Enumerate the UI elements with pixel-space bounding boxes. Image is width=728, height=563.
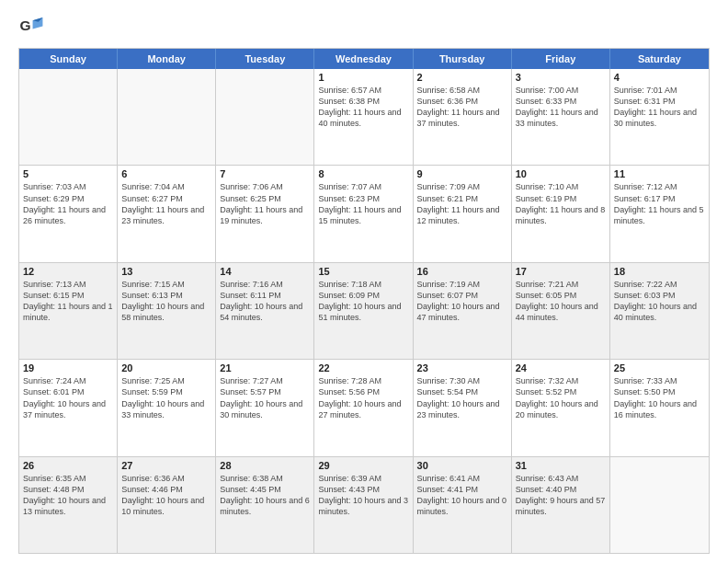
day-info: Sunrise: 6:35 AM Sunset: 4:48 PM Dayligh… [23, 473, 113, 518]
calendar-row-5: 26Sunrise: 6:35 AM Sunset: 4:48 PM Dayli… [19, 457, 709, 553]
logo-icon: G [18, 15, 44, 40]
day-number: 2 [417, 72, 507, 83]
day-number: 4 [614, 72, 705, 83]
day-info: Sunrise: 6:58 AM Sunset: 6:36 PM Dayligh… [417, 85, 507, 130]
cal-cell-5-4: 29Sunrise: 6:39 AM Sunset: 4:43 PM Dayli… [314, 457, 413, 553]
weekday-header-thursday: Thursday [414, 49, 512, 69]
cal-cell-2-5: 9Sunrise: 7:09 AM Sunset: 6:21 PM Daylig… [414, 166, 512, 261]
cal-cell-3-4: 15Sunrise: 7:18 AM Sunset: 6:09 PM Dayli… [314, 263, 413, 359]
day-number: 30 [417, 460, 507, 471]
cal-cell-4-2: 20Sunrise: 7:25 AM Sunset: 5:59 PM Dayli… [118, 360, 216, 455]
day-info: Sunrise: 7:06 AM Sunset: 6:25 PM Dayligh… [220, 181, 310, 226]
cal-cell-1-6: 3Sunrise: 7:00 AM Sunset: 6:33 PM Daylig… [512, 69, 610, 165]
day-info: Sunrise: 7:16 AM Sunset: 6:11 PM Dayligh… [220, 279, 310, 324]
cal-cell-5-6: 31Sunrise: 6:43 AM Sunset: 4:40 PM Dayli… [512, 457, 610, 553]
cal-cell-4-6: 24Sunrise: 7:32 AM Sunset: 5:52 PM Dayli… [512, 360, 610, 455]
cal-cell-5-5: 30Sunrise: 6:41 AM Sunset: 4:41 PM Dayli… [414, 457, 512, 553]
day-info: Sunrise: 6:41 AM Sunset: 4:41 PM Dayligh… [417, 473, 507, 518]
weekday-header-tuesday: Tuesday [216, 49, 314, 69]
day-number: 12 [23, 266, 113, 277]
svg-text:G: G [20, 17, 31, 33]
cal-cell-5-7 [610, 457, 709, 553]
cal-cell-3-6: 17Sunrise: 7:21 AM Sunset: 6:05 PM Dayli… [512, 263, 610, 359]
day-number: 3 [516, 72, 606, 83]
day-number: 24 [516, 362, 606, 373]
day-number: 31 [516, 460, 606, 471]
cal-cell-1-3 [216, 69, 314, 165]
day-info: Sunrise: 7:33 AM Sunset: 5:50 PM Dayligh… [614, 375, 705, 420]
day-info: Sunrise: 7:04 AM Sunset: 6:27 PM Dayligh… [121, 181, 211, 226]
day-info: Sunrise: 6:36 AM Sunset: 4:46 PM Dayligh… [121, 473, 211, 518]
cal-cell-3-7: 18Sunrise: 7:22 AM Sunset: 6:03 PM Dayli… [610, 263, 709, 359]
calendar: SundayMondayTuesdayWednesdayThursdayFrid… [18, 48, 710, 554]
day-info: Sunrise: 7:03 AM Sunset: 6:29 PM Dayligh… [23, 181, 113, 226]
calendar-row-1: 1Sunrise: 6:57 AM Sunset: 6:38 PM Daylig… [19, 69, 709, 166]
day-number: 11 [614, 168, 705, 179]
cal-cell-4-1: 19Sunrise: 7:24 AM Sunset: 6:01 PM Dayli… [19, 360, 118, 455]
day-info: Sunrise: 7:24 AM Sunset: 6:01 PM Dayligh… [23, 375, 113, 420]
weekday-header-wednesday: Wednesday [314, 49, 413, 69]
day-info: Sunrise: 7:09 AM Sunset: 6:21 PM Dayligh… [417, 181, 507, 226]
day-info: Sunrise: 7:18 AM Sunset: 6:09 PM Dayligh… [318, 279, 408, 324]
day-number: 27 [121, 460, 211, 471]
weekday-header-saturday: Saturday [610, 49, 709, 69]
day-number: 13 [121, 266, 211, 277]
day-number: 14 [220, 266, 310, 277]
day-info: Sunrise: 7:27 AM Sunset: 5:57 PM Dayligh… [220, 375, 310, 420]
cal-cell-5-1: 26Sunrise: 6:35 AM Sunset: 4:48 PM Dayli… [19, 457, 118, 553]
cal-cell-3-1: 12Sunrise: 7:13 AM Sunset: 6:15 PM Dayli… [19, 263, 118, 359]
day-number: 15 [318, 266, 408, 277]
cal-cell-1-2 [118, 69, 216, 165]
day-number: 10 [516, 168, 606, 179]
cal-cell-1-5: 2Sunrise: 6:58 AM Sunset: 6:36 PM Daylig… [414, 69, 512, 165]
cal-cell-1-1 [19, 69, 118, 165]
day-number: 19 [23, 362, 113, 373]
day-info: Sunrise: 7:07 AM Sunset: 6:23 PM Dayligh… [318, 181, 408, 226]
day-number: 17 [516, 266, 606, 277]
day-info: Sunrise: 7:21 AM Sunset: 6:05 PM Dayligh… [516, 279, 606, 324]
day-info: Sunrise: 7:19 AM Sunset: 6:07 PM Dayligh… [417, 279, 507, 324]
day-number: 16 [417, 266, 507, 277]
cal-cell-4-5: 23Sunrise: 7:30 AM Sunset: 5:54 PM Dayli… [414, 360, 512, 455]
day-info: Sunrise: 7:15 AM Sunset: 6:13 PM Dayligh… [121, 279, 211, 324]
cal-cell-1-7: 4Sunrise: 7:01 AM Sunset: 6:31 PM Daylig… [610, 69, 709, 165]
day-number: 29 [318, 460, 408, 471]
day-info: Sunrise: 6:43 AM Sunset: 4:40 PM Dayligh… [516, 473, 606, 518]
cal-cell-2-6: 10Sunrise: 7:10 AM Sunset: 6:19 PM Dayli… [512, 166, 610, 261]
day-number: 26 [23, 460, 113, 471]
day-number: 23 [417, 362, 507, 373]
day-number: 8 [318, 168, 408, 179]
day-info: Sunrise: 6:39 AM Sunset: 4:43 PM Dayligh… [318, 473, 408, 518]
day-info: Sunrise: 7:00 AM Sunset: 6:33 PM Dayligh… [516, 85, 606, 130]
cal-cell-4-4: 22Sunrise: 7:28 AM Sunset: 5:56 PM Dayli… [314, 360, 413, 455]
day-info: Sunrise: 7:30 AM Sunset: 5:54 PM Dayligh… [417, 375, 507, 420]
day-number: 7 [220, 168, 310, 179]
weekday-header-friday: Friday [512, 49, 610, 69]
cal-cell-2-2: 6Sunrise: 7:04 AM Sunset: 6:27 PM Daylig… [118, 166, 216, 261]
header: G [18, 15, 710, 40]
cal-cell-2-3: 7Sunrise: 7:06 AM Sunset: 6:25 PM Daylig… [216, 166, 314, 261]
weekday-header-sunday: Sunday [19, 49, 118, 69]
day-number: 18 [614, 266, 705, 277]
cal-cell-5-2: 27Sunrise: 6:36 AM Sunset: 4:46 PM Dayli… [118, 457, 216, 553]
day-number: 22 [318, 362, 408, 373]
page: G SundayMondayTuesdayWednesdayThursdayFr… [0, 0, 728, 563]
calendar-header: SundayMondayTuesdayWednesdayThursdayFrid… [19, 49, 709, 69]
cal-cell-4-7: 25Sunrise: 7:33 AM Sunset: 5:50 PM Dayli… [610, 360, 709, 455]
day-number: 20 [121, 362, 211, 373]
day-number: 25 [614, 362, 705, 373]
day-info: Sunrise: 7:22 AM Sunset: 6:03 PM Dayligh… [614, 279, 705, 324]
day-info: Sunrise: 7:12 AM Sunset: 6:17 PM Dayligh… [614, 181, 705, 226]
cal-cell-4-3: 21Sunrise: 7:27 AM Sunset: 5:57 PM Dayli… [216, 360, 314, 455]
calendar-row-2: 5Sunrise: 7:03 AM Sunset: 6:29 PM Daylig… [19, 166, 709, 262]
cal-cell-2-7: 11Sunrise: 7:12 AM Sunset: 6:17 PM Dayli… [610, 166, 709, 261]
day-info: Sunrise: 7:25 AM Sunset: 5:59 PM Dayligh… [121, 375, 211, 420]
day-number: 21 [220, 362, 310, 373]
calendar-body: 1Sunrise: 6:57 AM Sunset: 6:38 PM Daylig… [19, 69, 709, 553]
cal-cell-1-4: 1Sunrise: 6:57 AM Sunset: 6:38 PM Daylig… [314, 69, 413, 165]
cal-cell-3-5: 16Sunrise: 7:19 AM Sunset: 6:07 PM Dayli… [414, 263, 512, 359]
cal-cell-3-3: 14Sunrise: 7:16 AM Sunset: 6:11 PM Dayli… [216, 263, 314, 359]
day-info: Sunrise: 7:10 AM Sunset: 6:19 PM Dayligh… [516, 181, 606, 226]
cal-cell-5-3: 28Sunrise: 6:38 AM Sunset: 4:45 PM Dayli… [216, 457, 314, 553]
day-number: 9 [417, 168, 507, 179]
